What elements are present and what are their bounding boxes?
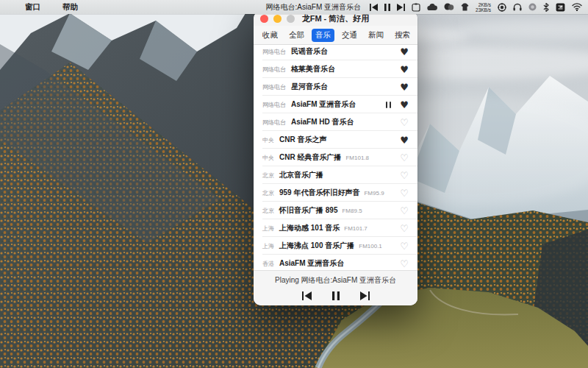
favorite-heart-icon[interactable]: ♥ bbox=[400, 47, 409, 57]
pause-button[interactable] bbox=[331, 290, 341, 302]
station-name: 上海动感 101 音乐 bbox=[279, 223, 340, 233]
favorite-heart-icon[interactable]: ♡ bbox=[400, 241, 409, 251]
previous-track-button[interactable] bbox=[301, 290, 313, 302]
station-row[interactable]: 网络电台 AsiaFM 亚洲音乐台 ♥ bbox=[254, 96, 417, 113]
tab-全部[interactable]: 全部 bbox=[285, 29, 308, 42]
station-row[interactable]: 香港 AsiaFM 亚洲音乐台 ♡ bbox=[254, 255, 417, 271]
favorite-heart-icon[interactable]: ♡ bbox=[400, 259, 409, 269]
shirt-icon[interactable] bbox=[461, 2, 469, 13]
station-name: AsiaFM 亚洲音乐台 bbox=[291, 99, 356, 110]
previous-icon[interactable] bbox=[370, 2, 378, 13]
download-speed: 23KB/s bbox=[476, 7, 491, 13]
headphones-icon[interactable] bbox=[513, 2, 522, 13]
station-region-label: 北京 bbox=[262, 189, 274, 197]
favorite-heart-icon[interactable]: ♥ bbox=[400, 82, 409, 92]
favorite-heart-icon[interactable]: ♡ bbox=[400, 153, 409, 163]
favorite-heart-icon[interactable]: ♡ bbox=[400, 206, 409, 216]
screen-share-icon[interactable] bbox=[556, 2, 565, 13]
radio-app-window: 龙FM - 简洁、好用 收藏全部音乐交通新闻搜索VIP关于 网络电台 民谣音乐台… bbox=[254, 11, 417, 305]
network-speed-indicator[interactable]: 2KB/s 23KB/s bbox=[476, 2, 491, 13]
station-list-inner: 网络电台 民谣音乐台 ♥ 网络电台 格莱美音乐台 ♥ 网络电台 星河音乐台 ♥ … bbox=[254, 45, 417, 271]
station-frequency: FM101.8 bbox=[345, 155, 369, 161]
chat-icon[interactable] bbox=[444, 2, 454, 13]
playing-status: Playing 网络电台:AsiaFM 亚洲音乐台 bbox=[275, 275, 396, 286]
station-name: AsiaFM HD 音乐台 bbox=[291, 117, 354, 127]
station-region-label: 北京 bbox=[262, 171, 274, 180]
next-icon[interactable] bbox=[397, 2, 405, 13]
zoom-button-disabled bbox=[287, 15, 295, 23]
station-row[interactable]: 网络电台 星河音乐台 ♥ bbox=[254, 78, 417, 96]
wifi-icon[interactable] bbox=[572, 2, 582, 13]
station-row[interactable]: 上海 上海沸点 100 音乐广播 FM100.1 ♡ bbox=[254, 237, 417, 255]
traffic-lights bbox=[254, 15, 295, 23]
station-region-label: 上海 bbox=[262, 224, 274, 233]
close-button[interactable] bbox=[260, 15, 268, 23]
menu-window[interactable]: 窗口 bbox=[25, 2, 40, 13]
station-row[interactable]: 网络电台 AsiaFM HD 音乐台 ♡ bbox=[254, 113, 417, 131]
station-frequency: FM101.7 bbox=[344, 225, 368, 232]
station-region-label: 网络电台 bbox=[262, 101, 286, 109]
station-row[interactable]: 网络电台 格莱美音乐台 ♥ bbox=[254, 60, 417, 78]
macos-menubar: 窗口 帮助 网络电台:AsiaFM 亚洲音乐台 2KB/s 23KB/s bbox=[0, 0, 588, 14]
transport-controls bbox=[301, 290, 371, 302]
globe-icon[interactable] bbox=[498, 2, 506, 13]
station-name: AsiaFM 亚洲音乐台 bbox=[279, 258, 344, 269]
station-region-label: 网络电台 bbox=[262, 83, 286, 91]
minimize-button[interactable] bbox=[273, 15, 282, 23]
tab-搜索[interactable]: 搜索 bbox=[391, 29, 414, 42]
station-name: 星河音乐台 bbox=[291, 82, 328, 92]
station-row[interactable]: 网络电台 民谣音乐台 ♥ bbox=[254, 45, 417, 60]
station-row[interactable]: 北京 北京音乐广播 ♡ bbox=[254, 166, 417, 184]
station-region-label: 网络电台 bbox=[262, 66, 286, 74]
pause-icon[interactable] bbox=[384, 2, 390, 13]
station-region-label: 北京 bbox=[262, 207, 274, 215]
circle-icon[interactable] bbox=[528, 2, 537, 13]
bluetooth-icon[interactable] bbox=[543, 2, 549, 13]
favorite-heart-icon[interactable]: ♥ bbox=[400, 65, 409, 74]
station-frequency: FM95.9 bbox=[364, 190, 384, 197]
tab-新闻[interactable]: 新闻 bbox=[365, 29, 387, 42]
upload-speed: 2KB/s bbox=[478, 2, 491, 7]
favorite-heart-icon[interactable]: ♡ bbox=[400, 171, 409, 180]
next-track-button[interactable] bbox=[359, 290, 371, 302]
now-playing-pause-icon[interactable] bbox=[386, 102, 392, 108]
tab-收藏[interactable]: 收藏 bbox=[259, 29, 282, 42]
menubar-now-playing: 网络电台:AsiaFM 亚洲音乐台 bbox=[266, 2, 361, 13]
station-name: 上海沸点 100 音乐广播 bbox=[279, 241, 354, 251]
favorite-heart-icon[interactable]: ♡ bbox=[400, 118, 409, 127]
station-list[interactable]: 网络电台 民谣音乐台 ♥ 网络电台 格莱美音乐台 ♥ 网络电台 星河音乐台 ♥ … bbox=[254, 45, 417, 271]
station-row[interactable]: 中央 CNR 经典音乐广播 FM101.8 ♡ bbox=[254, 149, 417, 166]
station-region-label: 网络电台 bbox=[262, 48, 286, 56]
favorite-heart-icon[interactable]: ♡ bbox=[400, 188, 409, 198]
station-region-label: 中央 bbox=[262, 154, 274, 162]
station-name: 民谣音乐台 bbox=[291, 46, 328, 57]
station-row[interactable]: 中央 CNR 音乐之声 ♥ bbox=[254, 131, 417, 149]
clipboard-icon[interactable] bbox=[412, 2, 420, 13]
station-region-label: 上海 bbox=[262, 242, 274, 250]
station-frequency: FM100.1 bbox=[359, 243, 382, 250]
station-name: 959 年代音乐怀旧好声音 bbox=[279, 188, 359, 198]
station-row[interactable]: 上海 上海动感 101 音乐 FM101.7 ♡ bbox=[254, 219, 417, 237]
station-region-label: 香港 bbox=[262, 260, 274, 268]
tab-交通[interactable]: 交通 bbox=[338, 29, 361, 42]
station-name: 格莱美音乐台 bbox=[291, 64, 335, 74]
station-region-label: 网络电台 bbox=[262, 118, 286, 127]
favorite-heart-icon[interactable]: ♥ bbox=[400, 135, 409, 145]
station-region-label: 中央 bbox=[262, 136, 274, 144]
player-bar: Playing 网络电台:AsiaFM 亚洲音乐台 bbox=[254, 270, 417, 305]
station-name: CNR 经典音乐广播 bbox=[279, 152, 341, 163]
station-frequency: FM89.5 bbox=[342, 208, 362, 214]
favorite-heart-icon[interactable]: ♥ bbox=[400, 100, 409, 110]
station-name: 怀旧音乐广播 895 bbox=[279, 205, 337, 216]
menubar-status-area: 网络电台:AsiaFM 亚洲音乐台 2KB/s 23KB/s bbox=[266, 2, 588, 13]
favorite-heart-icon[interactable]: ♡ bbox=[400, 224, 409, 233]
menu-help[interactable]: 帮助 bbox=[62, 2, 78, 13]
category-tabbar: 收藏全部音乐交通新闻搜索VIP关于 bbox=[254, 26, 417, 45]
tab-音乐[interactable]: 音乐 bbox=[312, 29, 334, 42]
station-row[interactable]: 北京 怀旧音乐广播 895 FM89.5 ♡ bbox=[254, 202, 417, 219]
station-name: 北京音乐广播 bbox=[279, 170, 323, 180]
station-name: CNR 音乐之声 bbox=[279, 135, 326, 145]
station-row[interactable]: 北京 959 年代音乐怀旧好声音 FM95.9 ♡ bbox=[254, 184, 417, 202]
cloud-icon[interactable] bbox=[427, 2, 437, 13]
